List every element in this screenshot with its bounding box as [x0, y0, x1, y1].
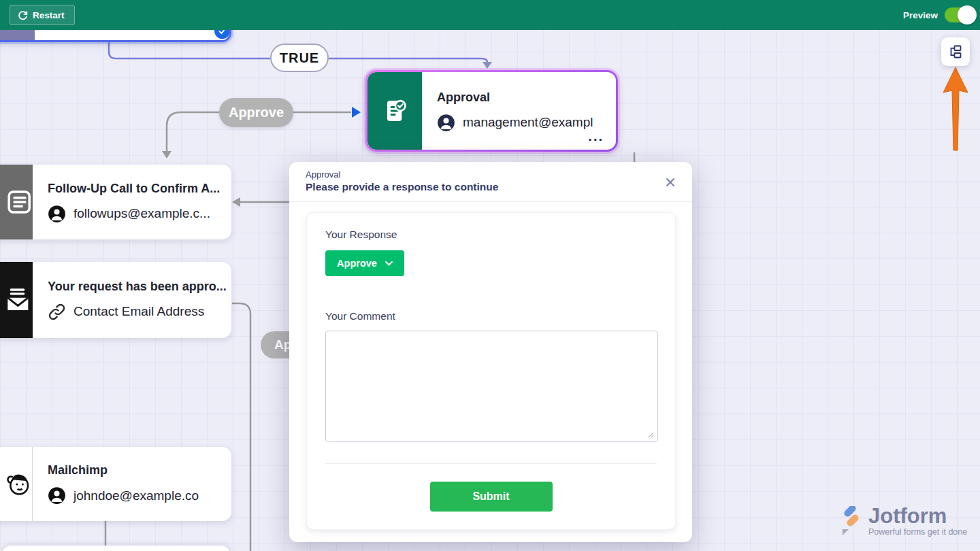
preview-label: Preview	[903, 10, 938, 20]
assignee-email: followups@example.c...	[74, 206, 210, 221]
modal-header: Approval Please provide a response to co…	[289, 162, 692, 202]
task-node-strip	[0, 165, 33, 239]
email-envelope-icon	[5, 286, 33, 314]
node-partial-bottom[interactable]	[2, 546, 230, 551]
node-title: Follow-Up Call to Confirm A...	[48, 182, 231, 196]
assignee-avatar-icon	[437, 114, 455, 132]
mailchimp-logo-icon	[4, 469, 32, 499]
link-field-label: Contact Email Address	[74, 304, 204, 319]
assignee-avatar-icon	[48, 205, 66, 223]
comment-field-label: Your Comment	[325, 310, 657, 322]
approval-response-modal: Approval Please provide a response to co…	[289, 162, 692, 542]
node-more-options[interactable]: ...	[588, 129, 604, 144]
node-title: Mailchimp	[48, 463, 231, 478]
jotform-logo-icon	[838, 506, 864, 536]
response-field-label: Your Response	[325, 229, 657, 241]
workflow-canvas: TRUE Approve Approve Approval	[0, 0, 980, 551]
jotform-brand-text: Jotform	[868, 506, 967, 527]
node-followup-task[interactable]: Follow-Up Call to Confirm A... followups…	[0, 165, 231, 239]
response-form-card: Your Response Approve Your Comment Submi…	[306, 212, 676, 530]
node-title: Your request has been appro...	[48, 280, 231, 294]
close-icon	[666, 178, 675, 187]
flowchart-panel-button[interactable]	[941, 37, 970, 66]
close-button[interactable]	[664, 176, 677, 189]
node-title: Approval	[437, 90, 616, 105]
task-checklist-icon	[7, 188, 33, 216]
jotform-tagline: Powerful forms get it done	[868, 527, 967, 537]
assignee-email: johndoe@example.co	[74, 488, 199, 503]
approval-node-strip	[368, 72, 422, 150]
email-node-strip	[0, 262, 33, 338]
node-approval[interactable]: Approval management@exampl ...	[365, 70, 618, 152]
link-icon	[48, 303, 66, 321]
node-approval-email[interactable]: Your request has been appro... Contact E…	[0, 262, 231, 338]
chevron-down-icon	[385, 261, 393, 266]
form-divider	[325, 463, 657, 464]
restart-button[interactable]: Restart	[10, 5, 75, 25]
resize-handle[interactable]	[647, 431, 654, 438]
modal-subtitle: Please provide a response to continue	[306, 181, 676, 193]
refresh-icon	[18, 10, 28, 20]
branch-label-true: TRUE	[270, 44, 329, 72]
submit-button[interactable]: Submit	[430, 482, 553, 512]
annotation-arrow-up	[938, 64, 973, 154]
preview-toggle[interactable]	[945, 7, 973, 22]
preview-top-bar: Restart Preview	[0, 0, 980, 30]
assignee-email: management@exampl	[463, 115, 593, 130]
restart-button-label: Restart	[33, 10, 65, 20]
mailchimp-node-strip	[0, 447, 33, 521]
response-dropdown[interactable]: Approve	[325, 250, 404, 276]
jotform-watermark: Jotform Powerful forms get it done	[838, 506, 967, 537]
modal-title: Approval	[306, 169, 676, 180]
flowchart-icon	[948, 44, 963, 59]
node-mailchimp[interactable]: Mailchimp johndoe@example.co	[0, 447, 231, 521]
outcome-label-approve: Approve	[219, 98, 293, 127]
approval-document-icon	[382, 98, 408, 124]
comment-textarea[interactable]	[325, 331, 658, 442]
assignee-avatar-icon	[48, 486, 66, 505]
response-dropdown-value: Approve	[337, 258, 377, 269]
toggle-knob	[958, 5, 977, 24]
